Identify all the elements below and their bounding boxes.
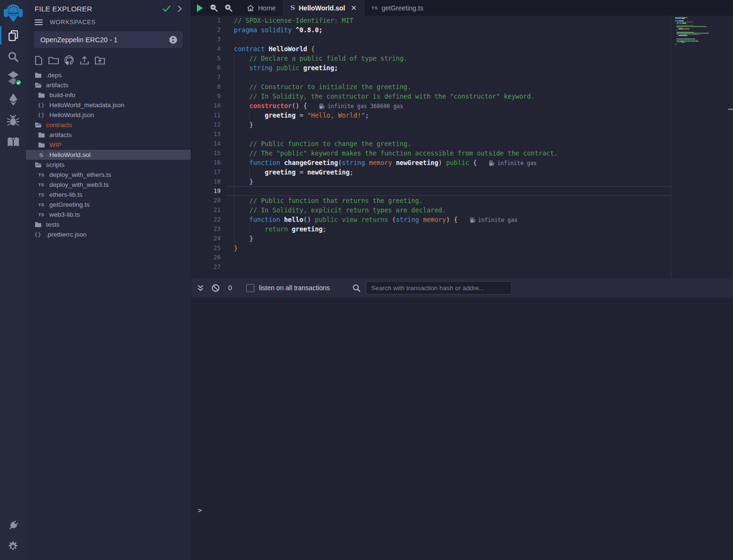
- terminal-bar: 0 listen on all transactions: [191, 278, 733, 297]
- clear-console-button[interactable]: [212, 284, 220, 292]
- tab-getgreeting-ts[interactable]: TS getGreeting.ts: [364, 0, 430, 16]
- upload-file-button[interactable]: [79, 55, 90, 65]
- code-line[interactable]: string public greeting;: [226, 63, 671, 73]
- code-line[interactable]: }: [226, 243, 671, 253]
- ethereum-icon: [7, 93, 19, 106]
- tab-home[interactable]: Home: [240, 0, 283, 16]
- file-tree: .depsartifactsbuild-info{}HelloWorld_met…: [26, 70, 191, 239]
- remix-logo[interactable]: [0, 0, 26, 25]
- typescript-icon: TS: [38, 173, 45, 177]
- tree-item[interactable]: build-info: [26, 90, 191, 100]
- sidebar-item-plugin-manager[interactable]: [0, 514, 26, 536]
- listen-transactions-checkbox[interactable]: [246, 284, 254, 292]
- sidebar-item-deploy-run[interactable]: [0, 89, 26, 110]
- sidebar-item-debugger[interactable]: [0, 110, 26, 131]
- code-line[interactable]: [226, 253, 671, 262]
- code-line[interactable]: }: [226, 234, 671, 243]
- tree-item[interactable]: {}HelloWorld.json: [26, 110, 191, 120]
- code-line[interactable]: greeting = newGreeting;: [226, 167, 671, 177]
- tree-item-label: getGreeting.ts: [49, 201, 90, 208]
- code-line[interactable]: [226, 262, 671, 272]
- tree-item[interactable]: WIP: [26, 140, 191, 150]
- sidebar-item-search[interactable]: [0, 46, 26, 67]
- code-line[interactable]: // In Solidity, the constructor is defin…: [226, 92, 671, 101]
- code-line[interactable]: }: [226, 177, 671, 186]
- sidebar-item-learn[interactable]: [0, 131, 26, 153]
- tree-item[interactable]: TSweb3-lib.ts: [26, 210, 191, 220]
- select-arrows-icon: [169, 36, 177, 44]
- code-line[interactable]: // Public function to change the greetin…: [226, 139, 671, 148]
- upload-folder-icon: [94, 55, 105, 65]
- double-chevron-down-icon: [197, 285, 204, 292]
- tree-item[interactable]: TSgetGreeting.ts: [26, 200, 191, 210]
- code-line[interactable]: function changeGreeting(string memory ne…: [226, 158, 671, 167]
- sidebar-item-settings[interactable]: [0, 536, 26, 557]
- indent-guide: [249, 110, 250, 120]
- workspaces-menu-button[interactable]: [35, 19, 43, 25]
- line-number: 24: [191, 234, 226, 243]
- run-script-button[interactable]: [197, 4, 203, 12]
- tree-item[interactable]: contracts: [26, 120, 191, 130]
- editor-toolbar: [191, 0, 240, 16]
- line-number: 19: [191, 186, 226, 196]
- gas-pump-icon: [470, 217, 475, 223]
- tree-item[interactable]: artifacts: [26, 130, 191, 140]
- tree-item[interactable]: SHelloWorld.sol: [26, 150, 191, 160]
- tree-item-label: WIP: [49, 141, 62, 148]
- zoom-in-button[interactable]: [224, 4, 232, 12]
- code-line[interactable]: // SPDX-License-Identifier: MIT: [226, 16, 671, 25]
- tree-item[interactable]: TSdeploy_with_ethers.ts: [26, 170, 191, 180]
- transaction-search-input[interactable]: [366, 281, 512, 294]
- tree-item[interactable]: {}.prettierrc.json: [26, 230, 191, 239]
- sidebar-item-file-explorer[interactable]: [0, 25, 26, 46]
- tree-item[interactable]: artifacts: [26, 80, 191, 90]
- zoom-out-button[interactable]: [210, 4, 218, 12]
- gear-icon: [7, 541, 19, 552]
- upload-folder-button[interactable]: [94, 55, 105, 65]
- tab-helloworld-sol[interactable]: S HelloWorld.sol ✕: [283, 0, 364, 16]
- minimap[interactable]: [675, 17, 723, 48]
- editor-scrollbar[interactable]: [728, 16, 733, 278]
- code-line[interactable]: // Constructor to initialize the greetin…: [226, 82, 671, 92]
- terminal-output[interactable]: >: [191, 297, 733, 560]
- workspace-select[interactable]: OpenZeppelin ERC20 - 1: [34, 31, 183, 48]
- code-line[interactable]: contract HelloWorld {: [226, 44, 671, 54]
- code-line[interactable]: constructor() {infinite gas 368600 gas: [226, 101, 671, 110]
- code-line[interactable]: greeting = "Hello, World!";: [226, 110, 671, 120]
- tree-item[interactable]: tests: [26, 220, 191, 230]
- new-file-button[interactable]: [34, 55, 43, 65]
- line-number: 23: [191, 224, 226, 234]
- tree-item[interactable]: TSethers-lib.ts: [26, 190, 191, 200]
- tree-item[interactable]: scripts: [26, 160, 191, 170]
- code-line[interactable]: }: [226, 120, 671, 129]
- code-line[interactable]: // Declare a public field of type string…: [226, 54, 671, 63]
- code-line[interactable]: pragma solidity ^0.8.0;: [226, 25, 671, 35]
- code-line[interactable]: [226, 35, 671, 44]
- sidebar-item-solidity-compiler[interactable]: [0, 67, 26, 89]
- check-button[interactable]: [162, 5, 171, 12]
- line-number: 11: [191, 110, 226, 120]
- collapse-terminal-button[interactable]: [197, 285, 204, 292]
- indent-guide: [249, 224, 250, 234]
- code-line[interactable]: // Public function that returns the gree…: [226, 196, 671, 205]
- code-line[interactable]: return greeting;: [226, 224, 671, 234]
- remix-ide-app: FILE EXPLORER WORKSPACES OpenZeppelin ER…: [0, 0, 733, 560]
- code-line[interactable]: [226, 73, 671, 82]
- code-line[interactable]: // In Solidity, explicit return types ar…: [226, 205, 671, 215]
- collapse-panel-button[interactable]: [177, 5, 182, 12]
- tree-item[interactable]: TSdeploy_with_web3.ts: [26, 180, 191, 190]
- line-number: 2: [191, 25, 226, 35]
- tree-item[interactable]: {}HelloWorld_metadata.json: [26, 100, 191, 110]
- tree-item-label: scripts: [46, 161, 65, 168]
- close-tab-icon[interactable]: ✕: [351, 4, 357, 12]
- new-folder-button[interactable]: [48, 55, 59, 65]
- code-lines: // SPDX-License-Identifier: MITpragma so…: [226, 16, 671, 278]
- code-line[interactable]: [226, 186, 671, 196]
- code-line[interactable]: // The "public" keyword makes the functi…: [226, 148, 671, 158]
- gas-pump-icon: [319, 103, 325, 109]
- github-button[interactable]: [64, 55, 74, 65]
- json-icon: {}: [34, 231, 41, 238]
- code-line[interactable]: [226, 129, 671, 139]
- code-line[interactable]: function hello() public view returns (st…: [226, 215, 671, 224]
- tree-item[interactable]: .deps: [26, 70, 191, 80]
